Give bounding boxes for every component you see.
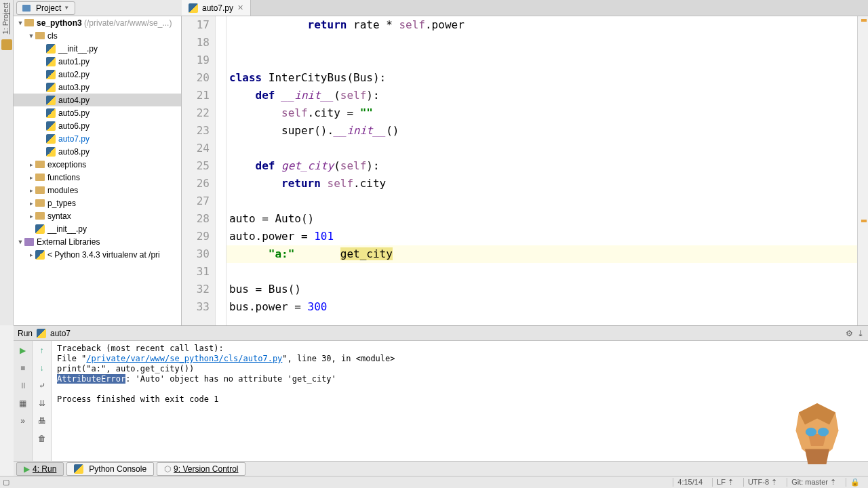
clear-button[interactable]: 🗑	[35, 432, 49, 445]
python-file-icon	[46, 96, 56, 105]
tree-item[interactable]: auto6.py	[14, 119, 181, 132]
tree-label: auto6.py	[58, 121, 90, 131]
warning-marker[interactable]	[861, 220, 867, 222]
stop-button[interactable]: ■	[16, 361, 30, 375]
expand-icon[interactable]: ▼	[16, 239, 24, 245]
wrap-button[interactable]: ⤶	[35, 379, 49, 392]
python-file-icon	[189, 3, 198, 13]
tree-item[interactable]: auto1.py	[14, 55, 181, 68]
scroll-button[interactable]: ⇊	[35, 396, 49, 410]
tree-item[interactable]: ▸p_types	[14, 197, 181, 209]
tree-item[interactable]: ▼cls	[14, 29, 181, 42]
hide-icon[interactable]: ⤓	[857, 329, 864, 338]
tab-version-control[interactable]: ⬡9: Version Control	[157, 462, 245, 476]
folder-icon	[24, 19, 34, 26]
warning-marker[interactable]	[861, 19, 867, 22]
lock-icon[interactable]: 🔒	[846, 478, 864, 487]
code-editor[interactable]: 1718192021222324252627282930313233 retur…	[182, 16, 857, 325]
fold-gutter[interactable]	[216, 16, 226, 325]
code-line[interactable]	[229, 263, 857, 281]
console-output[interactable]: Traceback (most recent call last): File …	[52, 341, 868, 464]
code-area[interactable]: return rate * self.powerclass InterCityB…	[226, 16, 857, 325]
editor-tab-bar: auto7.py ✕	[182, 0, 868, 16]
tree-item[interactable]: __init__.py	[14, 42, 181, 55]
structure-icon[interactable]	[1, 39, 12, 50]
code-line[interactable]: bus.power = 300	[229, 298, 857, 316]
error-stripe[interactable]	[857, 16, 868, 325]
expand-icon[interactable]: ▸	[27, 161, 35, 168]
expand-icon[interactable]: ▸	[27, 187, 35, 194]
cursor-position[interactable]: 4:15/14	[673, 478, 707, 487]
code-line[interactable]	[229, 192, 857, 210]
tree-item[interactable]: __init__.py	[14, 222, 181, 235]
code-line[interactable]	[229, 52, 857, 69]
down-stack-button[interactable]: ↓	[35, 361, 49, 375]
run-tool-window: Run auto7 ⚙ ⤓ ▶ ■ ⏸ ▦ » ↑ ↓ ⤶ ⇊ 🖶 🗑 Trac…	[14, 325, 868, 464]
folder-icon	[35, 32, 45, 39]
rerun-button[interactable]: ▶	[16, 344, 30, 357]
expand-icon[interactable]: ▸	[27, 200, 35, 207]
layout-button[interactable]: ▦	[16, 396, 30, 410]
tree-label: auto5.py	[58, 108, 90, 118]
code-line[interactable]: return self.city	[229, 175, 857, 192]
code-line[interactable]: def get_city(self):	[229, 157, 857, 175]
left-tool-rail: 1: Project	[0, 0, 14, 325]
project-tree[interactable]: ▼se_python3 (/private/var/www/se_...)▼cl…	[14, 16, 182, 325]
tree-item[interactable]: auto4.py	[14, 94, 181, 106]
traceback-file-line: File "/private/var/www/se_python3/cls/au…	[57, 354, 863, 364]
tree-item[interactable]: ▼External Libraries	[14, 235, 181, 248]
tree-item[interactable]: ▸functions	[14, 171, 181, 184]
tree-item[interactable]: auto8.py	[14, 145, 181, 158]
code-line[interactable]: auto.power = 101	[229, 228, 857, 245]
status-icon[interactable]: ▢	[0, 478, 9, 487]
code-line[interactable]: bus = Bus()	[229, 281, 857, 298]
tab-auto7[interactable]: auto7.py ✕	[182, 0, 251, 16]
up-stack-button[interactable]: ↑	[35, 344, 49, 357]
file-link[interactable]: /private/var/www/se_python3/cls/auto7.py	[86, 354, 282, 363]
expand-icon[interactable]: ▸	[27, 213, 35, 220]
git-branch[interactable]: Git: master ⇡	[787, 478, 840, 487]
tree-label: auto2.py	[58, 70, 90, 79]
close-icon[interactable]: ✕	[237, 3, 243, 12]
tree-label: modules	[47, 186, 78, 195]
pin-button[interactable]: »	[16, 414, 30, 428]
code-line[interactable]	[229, 34, 857, 52]
code-line[interactable]: return rate * self.power	[229, 16, 857, 34]
tree-item[interactable]: auto2.py	[14, 68, 181, 81]
tree-item[interactable]: auto3.py	[14, 81, 181, 94]
bottom-tool-tabs: ▶4: Run Python Console ⬡9: Version Contr…	[14, 461, 868, 476]
tree-item[interactable]: ▸< Python 3.4.3 virtualenv at /pri	[14, 248, 181, 261]
tree-item[interactable]: ▸exceptions	[14, 158, 181, 171]
code-line[interactable]: def __init__(self):	[229, 87, 857, 104]
project-view-dropdown[interactable]: Project ▼	[16, 1, 75, 15]
project-tool-label[interactable]: 1: Project	[0, 0, 11, 37]
file-encoding[interactable]: UTF-8 ⇡	[743, 478, 781, 487]
python-file-icon	[46, 108, 56, 118]
code-line[interactable]: super().__init__()	[229, 122, 857, 140]
avatar-overlay	[787, 400, 848, 468]
tree-item[interactable]: ▸syntax	[14, 209, 181, 222]
folder-icon	[35, 212, 45, 220]
expand-icon[interactable]: ▼	[16, 20, 24, 26]
tree-item[interactable]: ▸modules	[14, 184, 181, 197]
code-line[interactable]: self.city = ""	[229, 104, 857, 122]
run-toolbar-secondary: ↑ ↓ ⤶ ⇊ 🖶 🗑	[33, 341, 52, 464]
tab-python-console[interactable]: Python Console	[66, 462, 154, 476]
svg-point-3	[806, 428, 816, 436]
code-line[interactable]: auto = Auto()	[229, 210, 857, 228]
expand-icon[interactable]: ▼	[27, 33, 35, 39]
tree-item[interactable]: auto5.py	[14, 106, 181, 119]
tree-item[interactable]: auto7.py	[14, 132, 181, 145]
python-file-icon	[35, 250, 45, 260]
code-line[interactable]: class InterCityBus(Bus):	[229, 69, 857, 87]
code-line[interactable]	[229, 140, 857, 157]
tree-item[interactable]: ▼se_python3 (/private/var/www/se_...)	[14, 16, 181, 29]
expand-icon[interactable]: ▸	[27, 251, 35, 258]
tab-run[interactable]: ▶4: Run	[16, 462, 64, 476]
expand-icon[interactable]: ▸	[27, 174, 35, 181]
gear-icon[interactable]: ⚙	[846, 329, 853, 338]
pause-button[interactable]: ⏸	[16, 379, 30, 392]
print-button[interactable]: 🖶	[35, 414, 49, 428]
line-separator[interactable]: LF ⇡	[712, 478, 738, 487]
run-header: Run auto7 ⚙ ⤓	[14, 326, 868, 341]
